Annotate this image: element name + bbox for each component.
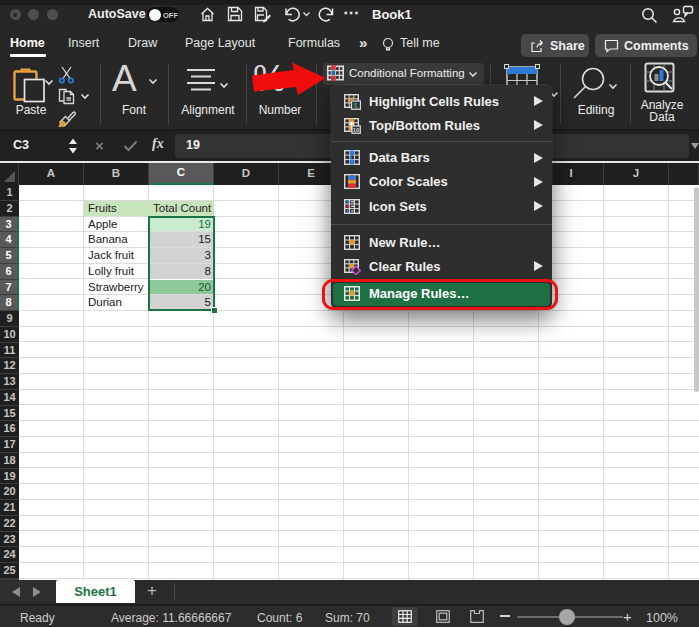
svg-text:10: 10 [353,127,360,133]
